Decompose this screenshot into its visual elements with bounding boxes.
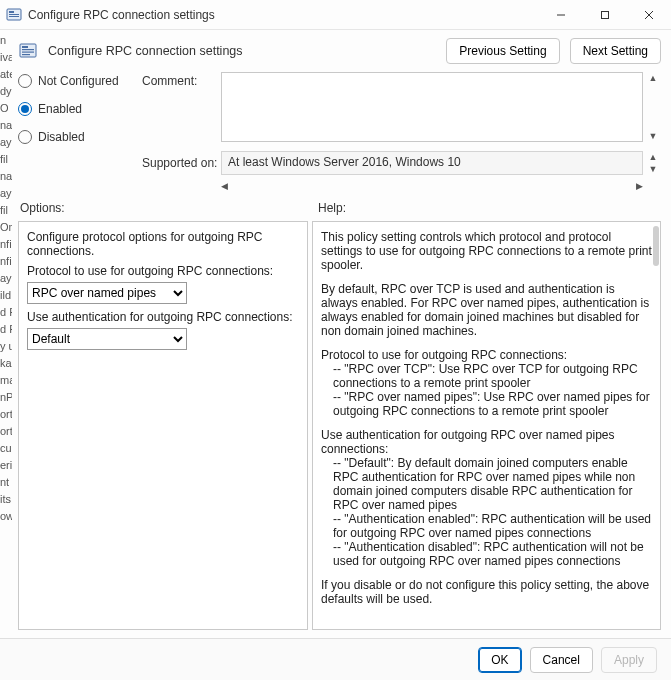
supported-scrollbar[interactable]: ▲ ▼ [647, 151, 661, 175]
svg-rect-3 [9, 16, 19, 17]
apply-button[interactable]: Apply [601, 647, 657, 673]
radio-disabled[interactable]: Disabled [18, 130, 138, 144]
auth-label: Use authentication for outgoing RPC conn… [27, 310, 299, 324]
svg-rect-1 [9, 11, 14, 13]
options-heading: Options: [18, 201, 308, 215]
help-paragraph: If you disable or do not configure this … [321, 578, 652, 606]
header-row: Configure RPC connection settings Previo… [18, 38, 661, 64]
previous-setting-button[interactable]: Previous Setting [446, 38, 559, 64]
dialog-body: Configure RPC connection settings Previo… [12, 30, 671, 638]
svg-rect-11 [22, 52, 34, 53]
supported-on-value: At least Windows Server 2016, Windows 10 [221, 151, 643, 175]
radio-enabled[interactable]: Enabled [18, 102, 138, 116]
svg-rect-2 [9, 14, 19, 15]
panes: Configure protocol options for outgoing … [18, 221, 661, 630]
radio-indicator [18, 130, 32, 144]
policy-icon [18, 41, 38, 61]
state-radio-group: Not Configured Enabled Disabled [18, 72, 138, 144]
svg-rect-10 [22, 49, 34, 50]
help-line: Protocol to use for outgoing RPC connect… [321, 348, 567, 362]
help-heading: Help: [312, 201, 661, 215]
help-pane: This policy setting controls which proto… [312, 221, 661, 630]
help-paragraph: By default, RPC over TCP is used and aut… [321, 282, 652, 338]
help-paragraph: Use authentication for outgoing RPC over… [321, 428, 652, 568]
comment-textarea[interactable] [221, 72, 643, 142]
protocol-label: Protocol to use for outgoing RPC connect… [27, 264, 299, 278]
comment-scrollbar[interactable]: ▲ ▼ [647, 72, 661, 142]
supported-on-box: At least Windows Server 2016, Windows 10 [221, 151, 643, 175]
radio-indicator [18, 102, 32, 116]
page-title: Configure RPC connection settings [48, 44, 243, 58]
maximize-button[interactable] [583, 0, 627, 30]
ok-button[interactable]: OK [478, 647, 521, 673]
svg-rect-9 [22, 46, 28, 48]
cancel-button[interactable]: Cancel [530, 647, 593, 673]
auth-select[interactable]: DefaultAuthentication enabledAuthenticat… [27, 328, 187, 350]
options-intro: Configure protocol options for outgoing … [27, 230, 299, 258]
pane-headings: Options: Help: [18, 201, 661, 215]
help-line: -- "RPC over TCP": Use RPC over TCP for … [333, 362, 652, 390]
svg-rect-5 [602, 11, 609, 18]
comment-box [221, 72, 643, 145]
dialog-footer: OK Cancel Apply [0, 638, 671, 680]
comment-label: Comment: [142, 72, 217, 88]
chevron-up-icon: ▲ [647, 151, 659, 163]
help-paragraph: This policy setting controls which proto… [321, 230, 652, 272]
supported-hscrollbar[interactable]: ◀ ▶ [221, 181, 643, 191]
help-line: -- "RPC over named pipes": Use RPC over … [333, 390, 652, 418]
chevron-down-icon: ▼ [647, 163, 659, 175]
supported-on-label: Supported on: [142, 156, 217, 170]
help-line: -- "Default": By default domain joined c… [333, 456, 652, 512]
radio-label: Disabled [38, 130, 85, 144]
radio-indicator [18, 74, 32, 88]
chevron-down-icon: ▼ [647, 130, 659, 142]
help-paragraph: Protocol to use for outgoing RPC connect… [321, 348, 652, 418]
settings-grid: Not Configured Enabled Disabled Comment:… [18, 72, 661, 191]
scrollbar-thumb[interactable] [653, 226, 659, 266]
help-line: Use authentication for outgoing RPC over… [321, 428, 615, 456]
svg-rect-12 [22, 54, 30, 55]
title-bar: Configure RPC connection settings [0, 0, 671, 30]
help-line: -- "Authentication enabled": RPC authent… [333, 512, 652, 540]
background-window-sliver: nivaatedyOnaayfilnaayfilOnnfinfiayildd P… [0, 30, 12, 638]
app-icon [6, 7, 22, 23]
radio-label: Not Configured [38, 74, 119, 88]
chevron-left-icon: ◀ [221, 181, 228, 191]
minimize-button[interactable] [539, 0, 583, 30]
next-setting-button[interactable]: Next Setting [570, 38, 661, 64]
close-button[interactable] [627, 0, 671, 30]
options-pane: Configure protocol options for outgoing … [18, 221, 308, 630]
dialog-window: Configure RPC connection settings nivaat… [0, 0, 671, 680]
protocol-select[interactable]: RPC over TCPRPC over named pipes [27, 282, 187, 304]
chevron-up-icon: ▲ [647, 72, 659, 84]
chevron-right-icon: ▶ [636, 181, 643, 191]
window-title: Configure RPC connection settings [28, 8, 215, 22]
help-line: -- "Authentication disabled": RPC authen… [333, 540, 652, 568]
radio-not-configured[interactable]: Not Configured [18, 74, 138, 88]
radio-label: Enabled [38, 102, 82, 116]
